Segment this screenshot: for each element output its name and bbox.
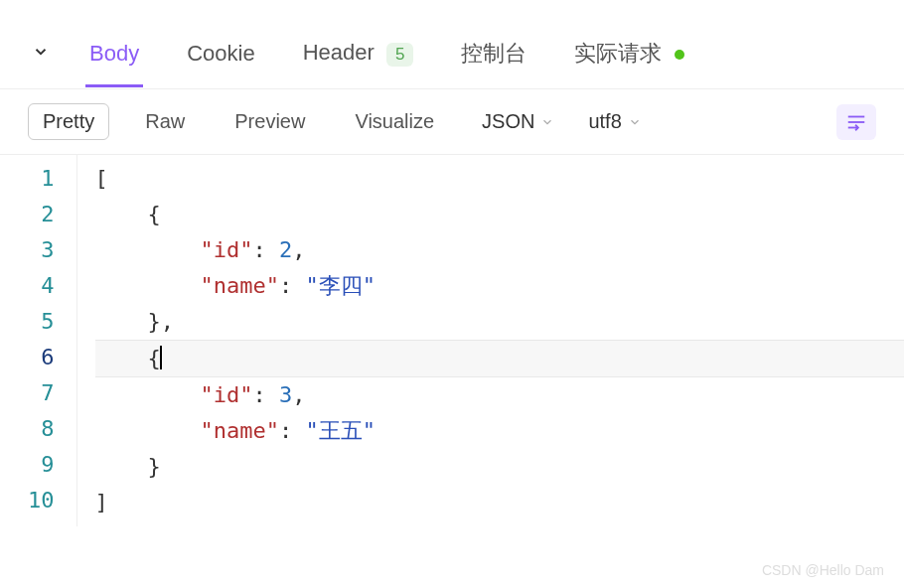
- tab-actual-request-label: 实际请求: [574, 41, 662, 66]
- preview-button[interactable]: Preview: [221, 104, 319, 139]
- encoding-select[interactable]: utf8: [588, 110, 641, 133]
- tab-cookie[interactable]: Cookie: [187, 41, 254, 86]
- code-viewer[interactable]: 12345678910 [ { "id": 2, "name": "李四" },…: [0, 154, 904, 526]
- collapse-chevron[interactable]: [24, 43, 58, 65]
- tab-header[interactable]: Header 5: [303, 40, 414, 86]
- code-line[interactable]: }: [95, 449, 905, 485]
- code-line[interactable]: "name": "李四": [95, 268, 905, 304]
- format-bar: Pretty Raw Preview Visualize JSON utf8: [0, 89, 904, 154]
- code-line[interactable]: "id": 2,: [95, 232, 905, 268]
- watermark: CSDN @Hello Dam: [762, 562, 884, 578]
- code-line[interactable]: },: [95, 304, 905, 340]
- pretty-button[interactable]: Pretty: [28, 103, 109, 140]
- content-type-label: JSON: [482, 110, 534, 133]
- tab-console[interactable]: 控制台: [461, 39, 527, 88]
- encoding-label: utf8: [588, 110, 621, 133]
- raw-button[interactable]: Raw: [131, 104, 199, 139]
- response-tabs: Body Cookie Header 5 控制台 实际请求: [0, 18, 904, 89]
- code-line[interactable]: {: [95, 197, 905, 232]
- content-type-select[interactable]: JSON: [482, 110, 554, 133]
- code-line[interactable]: [: [95, 161, 905, 197]
- tab-header-label: Header: [303, 40, 375, 65]
- word-wrap-button[interactable]: [836, 104, 876, 140]
- code-content[interactable]: [ { "id": 2, "name": "李四" }, { "id": 3, …: [77, 155, 905, 526]
- tab-actual-request[interactable]: 实际请求: [574, 39, 683, 88]
- wrap-icon: [845, 111, 867, 133]
- chevron-down-icon: [628, 115, 642, 129]
- code-line[interactable]: ]: [95, 485, 905, 520]
- status-dot-icon: [675, 50, 684, 60]
- header-count-badge: 5: [386, 43, 413, 67]
- tab-body[interactable]: Body: [89, 41, 139, 86]
- code-line[interactable]: "id": 3,: [95, 377, 905, 413]
- code-line[interactable]: "name": "王五": [95, 413, 905, 449]
- code-line[interactable]: {: [95, 340, 905, 377]
- visualize-button[interactable]: Visualize: [341, 104, 448, 139]
- line-gutter: 12345678910: [0, 155, 77, 526]
- chevron-down-icon: [540, 115, 554, 129]
